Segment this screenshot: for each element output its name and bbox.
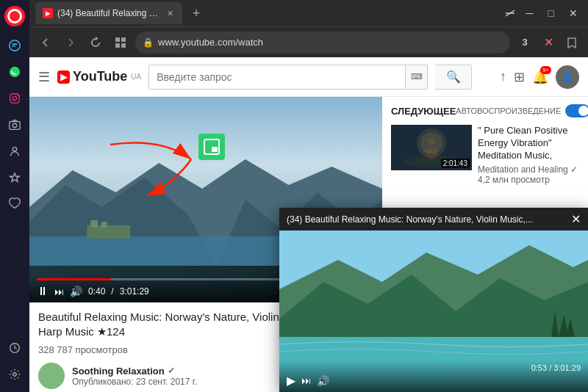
- title-bar: ▶ (34) Beautiful Relaxing Mu... ✕ + ─ □ …: [29, 0, 588, 26]
- youtube-header-right: ↑ ⊞ 🔔 9+ 👤: [500, 65, 579, 89]
- svg-point-4: [17, 95, 18, 96]
- svg-rect-20: [101, 222, 107, 228]
- youtube-header: ☰ ▶ YouTube UA ⌨ 🔍 ↑ ⊞ 🔔 9+ 👤: [29, 57, 588, 97]
- mini-player-video: 0:53 / 3:01:29 ▶ ⏭ 🔊: [279, 231, 588, 392]
- volume-button[interactable]: 🔊: [70, 286, 82, 297]
- active-tab[interactable]: ▶ (34) Beautiful Relaxing Mu... ✕: [35, 2, 182, 24]
- svg-point-9: [13, 373, 17, 377]
- svg-point-7: [12, 148, 16, 151]
- address-bar[interactable]: 🔒 www.youtube.com/watch: [135, 32, 510, 54]
- verified-badge: ✓: [168, 366, 175, 376]
- svg-rect-11: [121, 37, 126, 42]
- sidebar-icon-settings[interactable]: [3, 363, 26, 386]
- youtube-logo-icon: ▶: [57, 70, 70, 84]
- sidebar-icon-camera[interactable]: [3, 113, 26, 137]
- play-pause-button[interactable]: ⏸: [37, 285, 49, 298]
- notifications-button[interactable]: 🔔 9+: [532, 69, 548, 85]
- nav-right-controls: 3 ✕: [514, 32, 582, 53]
- youtube-search-button[interactable]: 🔍: [435, 65, 472, 90]
- mini-player-title: (34) Beautiful Relaxing Music: Norway's …: [287, 214, 571, 225]
- opera-sidebar: [0, 0, 29, 392]
- tab-title: (34) Beautiful Relaxing Mu...: [57, 8, 160, 18]
- apps-button[interactable]: ⊞: [514, 69, 525, 85]
- sidebar-icon-heart[interactable]: [3, 192, 26, 216]
- security-lock-icon: 🔒: [143, 37, 154, 48]
- suggested-info: " Pure Clean Positive Energy Vibration" …: [478, 125, 579, 185]
- mini-volume-button[interactable]: 🔊: [317, 375, 329, 387]
- sidebar-icon-favorites[interactable]: [3, 166, 26, 189]
- suggested-channel: Meditation and Healing ✓: [478, 164, 579, 175]
- grid-button[interactable]: [110, 32, 131, 53]
- next-label: Следующее: [391, 106, 456, 117]
- mini-player: (34) Beautiful Relaxing Music: Norway's …: [279, 208, 588, 392]
- mini-next-button[interactable]: ⏭: [301, 375, 311, 386]
- youtube-search-input[interactable]: [149, 65, 405, 89]
- channel-info: Soothing Relaxation ✓ Опубликовано: 23 с…: [72, 366, 197, 387]
- suggested-video-item[interactable]: 2:01:43 " Pure Clean Positive Energy Vib…: [391, 125, 579, 185]
- youtube-logo-ua: UA: [131, 73, 141, 81]
- tab-favicon: ▶: [43, 8, 53, 18]
- bookmark-button[interactable]: [562, 32, 582, 53]
- extensions-button[interactable]: 3: [514, 32, 535, 53]
- svg-point-1: [10, 67, 20, 77]
- close-button[interactable]: ✕: [564, 6, 582, 21]
- navigation-bar: 🔒 www.youtube.com/watch 3 ✕: [29, 26, 588, 57]
- suggested-thumbnail: 2:01:43: [391, 125, 472, 170]
- restore-button[interactable]: □: [544, 6, 559, 21]
- svg-rect-22: [212, 147, 218, 152]
- suggested-duration: 2:01:43: [441, 159, 470, 168]
- yt-menu-button[interactable]: ☰: [38, 69, 50, 85]
- window-controls: ─ □ ✕: [504, 6, 582, 21]
- back-button[interactable]: [35, 32, 56, 53]
- notification-badge: 9+: [540, 66, 551, 74]
- svg-rect-12: [115, 43, 120, 48]
- mini-player-close-button[interactable]: ✕: [571, 212, 581, 226]
- forward-button[interactable]: [60, 32, 81, 53]
- next-button[interactable]: ⏭: [54, 286, 64, 297]
- pip-icon[interactable]: [198, 134, 225, 160]
- youtube-logo-text: YouTube: [73, 69, 127, 84]
- channel-avatar[interactable]: [38, 363, 65, 389]
- reload-button[interactable]: [85, 32, 106, 53]
- mini-controls-row: ▶ ⏭ 🔊: [287, 374, 581, 388]
- sidebar-icon-instagram[interactable]: [3, 87, 26, 110]
- svg-point-28: [420, 132, 442, 154]
- autoplay-toggle[interactable]: [565, 104, 588, 117]
- svg-point-6: [12, 123, 16, 127]
- sidebar-icon-whatsapp[interactable]: [3, 60, 26, 84]
- keyboard-icon[interactable]: ⌨: [405, 65, 427, 89]
- sidebar-header: Следующее АВТОВОСПРОИЗВЕДЕНИЕ: [391, 104, 579, 117]
- svg-rect-5: [10, 122, 20, 130]
- upload-button[interactable]: ↑: [500, 69, 506, 84]
- suggested-title: " Pure Clean Positive Energy Vibration" …: [478, 125, 579, 162]
- svg-rect-13: [121, 43, 126, 48]
- view-count: 328 787 просмотров: [38, 344, 128, 355]
- autoplay-section: АВТОВОСПРОИЗВЕДЕНИЕ: [456, 104, 588, 117]
- svg-point-3: [12, 96, 16, 100]
- sidebar-icon-clock[interactable]: [3, 336, 26, 360]
- suggested-views: 4,2 млн просмотр: [478, 175, 579, 185]
- opera-logo-icon[interactable]: [4, 6, 25, 26]
- sidebar-icon-messages[interactable]: [3, 34, 26, 57]
- tab-close-button[interactable]: ✕: [165, 8, 175, 18]
- mini-time-display: 0:53 / 3:01:29: [287, 363, 581, 372]
- mini-player-header: (34) Beautiful Relaxing Music: Norway's …: [279, 208, 588, 231]
- new-tab-button[interactable]: +: [187, 4, 206, 23]
- mini-player-controls: 0:53 / 3:01:29 ▶ ⏭ 🔊: [279, 360, 588, 392]
- publish-date: Опубликовано: 23 сент. 2017 г.: [72, 377, 197, 387]
- svg-rect-10: [115, 37, 120, 42]
- mini-play-button[interactable]: ▶: [287, 374, 295, 388]
- sidebar-icon-contacts[interactable]: [3, 139, 26, 163]
- verified-icon: ✓: [570, 164, 578, 175]
- minimize-button[interactable]: [504, 7, 516, 19]
- current-time: 0:40: [88, 286, 105, 297]
- url-text: www.youtube.com/watch: [158, 37, 503, 48]
- user-avatar[interactable]: 👤: [556, 65, 579, 89]
- close-tab-button[interactable]: ✕: [538, 32, 559, 53]
- autoplay-label: АВТОВОСПРОИЗВЕДЕНИЕ: [456, 106, 561, 115]
- minimize-button-text[interactable]: ─: [522, 6, 538, 21]
- total-time: 3:01:29: [120, 286, 149, 297]
- youtube-logo[interactable]: ▶ YouTube UA: [57, 69, 141, 84]
- progress-fill: [37, 278, 111, 280]
- channel-name[interactable]: Soothing Relaxation ✓: [72, 366, 197, 377]
